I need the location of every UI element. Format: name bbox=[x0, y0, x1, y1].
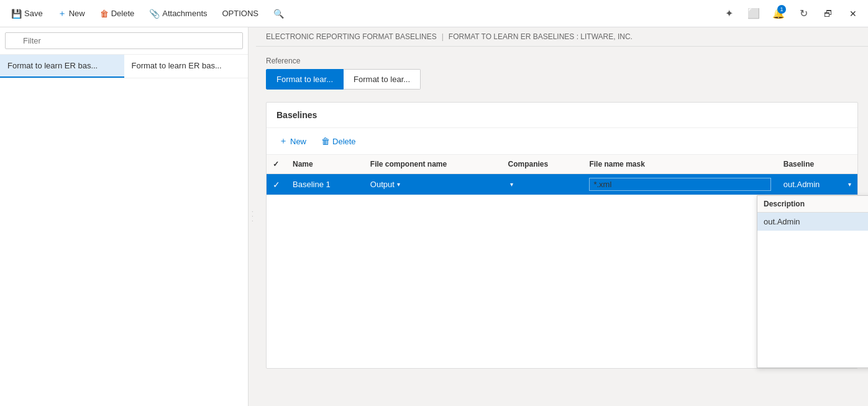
baselines-section-title: Baselines bbox=[267, 103, 857, 128]
titlebar-right-controls: ✦ ⬜ 🔔 1 ↻ 🗗 ✕ bbox=[719, 4, 863, 24]
baselines-new-button[interactable]: ＋ New bbox=[274, 133, 311, 149]
baselines-toolbar: ＋ New 🗑 Delete bbox=[267, 128, 857, 155]
breadcrumb: ELECTRONIC REPORTING FORMAT BASELINES | … bbox=[256, 27, 868, 47]
col-header-file-name-mask: File name mask bbox=[583, 155, 777, 174]
save-button[interactable]: 💾 Save bbox=[5, 5, 49, 22]
breadcrumb-part2: FORMAT TO LEARN ER BASELINES : LITWARE, … bbox=[449, 32, 633, 41]
plus-icon: ＋ bbox=[58, 8, 66, 19]
search-icon: 🔍 bbox=[273, 9, 284, 19]
col-header-baseline: Baseline bbox=[777, 155, 857, 174]
new-button[interactable]: ＋ New bbox=[52, 4, 91, 23]
new-label: New bbox=[69, 9, 85, 18]
options-button[interactable]: OPTIONS bbox=[216, 5, 265, 22]
baselines-table: ✓ Name File component name Companies Fil… bbox=[267, 155, 857, 195]
col-header-check: ✓ bbox=[267, 155, 286, 174]
attachments-button[interactable]: 📎 Attachments bbox=[143, 5, 213, 22]
baseline-dropdown-popup: Description File name out.Admin out.Admi… bbox=[757, 195, 868, 368]
row-file-component[interactable]: Output ▾ bbox=[364, 174, 502, 195]
notification-icon[interactable]: 🔔 1 bbox=[769, 4, 788, 24]
filter-input[interactable] bbox=[5, 32, 243, 49]
dropdown-empty-area bbox=[757, 231, 868, 367]
settings-icon[interactable]: ✦ bbox=[719, 4, 739, 24]
reference-tabs: Format to lear... Format to lear... bbox=[266, 69, 858, 90]
main-layout: 🔍 Format to learn ER bas... Format to le… bbox=[0, 27, 868, 406]
delete-icon: 🗑 bbox=[100, 9, 109, 19]
baseline-dropdown[interactable]: out.Admin ▾ bbox=[783, 180, 851, 189]
ref-tab-2[interactable]: Format to lear... bbox=[344, 69, 421, 90]
dropdown-popup: Description File name out.Admin out.Admi… bbox=[757, 195, 868, 368]
delete-button[interactable]: 🗑 Delete bbox=[94, 5, 141, 22]
paperclip-icon: 📎 bbox=[149, 9, 160, 19]
row-check[interactable]: ✓ bbox=[267, 174, 286, 195]
titlebar: 💾 Save ＋ New 🗑 Delete 📎 Attachments OPTI… bbox=[0, 0, 868, 27]
left-panel: 🔍 Format to learn ER bas... Format to le… bbox=[0, 27, 249, 406]
plus-icon: ＋ bbox=[279, 136, 288, 147]
dropdown-item[interactable]: out.Admin out.Admin.xml bbox=[757, 213, 868, 231]
filter-bar: 🔍 bbox=[0, 27, 248, 55]
baselines-new-label: New bbox=[290, 137, 306, 146]
save-label: Save bbox=[24, 9, 43, 18]
table-row[interactable]: ✓ Baseline 1 Output ▾ bbox=[267, 174, 857, 195]
dropdown-header: Description File name bbox=[757, 196, 868, 213]
col-header-companies: Companies bbox=[501, 155, 583, 174]
options-label: OPTIONS bbox=[222, 9, 259, 18]
breadcrumb-separator: | bbox=[442, 32, 444, 41]
file-component-dropdown[interactable]: Output ▾ bbox=[370, 180, 496, 189]
dp-description: out.Admin bbox=[757, 213, 868, 231]
baseline-value: out.Admin bbox=[783, 180, 820, 189]
chevron-down-icon[interactable]: ▾ bbox=[848, 181, 851, 188]
row-file-name-mask[interactable] bbox=[583, 174, 777, 195]
col-header-file-component: File component name bbox=[364, 155, 502, 174]
restore-button[interactable]: 🗗 bbox=[818, 4, 838, 24]
search-toolbar-button[interactable]: 🔍 bbox=[267, 5, 290, 22]
file-name-mask-input[interactable] bbox=[589, 178, 770, 191]
refresh-icon[interactable]: ↻ bbox=[793, 4, 813, 24]
notification-badge: 1 bbox=[777, 5, 786, 14]
chevron-down-icon[interactable]: ▾ bbox=[397, 181, 400, 188]
checkmark-icon: ✓ bbox=[273, 180, 280, 190]
file-component-value: Output bbox=[370, 180, 395, 189]
row-name[interactable]: Baseline 1 bbox=[286, 174, 364, 195]
delete-label: Delete bbox=[111, 9, 135, 18]
companies-dropdown[interactable]: ▾ bbox=[508, 181, 577, 188]
delete-icon: 🗑 bbox=[321, 136, 330, 146]
close-button[interactable]: ✕ bbox=[843, 4, 863, 24]
baselines-delete-label: Delete bbox=[332, 137, 356, 146]
chevron-down-icon[interactable]: ▾ bbox=[510, 181, 513, 188]
list-item[interactable]: Format to learn ER bas... bbox=[124, 55, 249, 78]
divider-handle: · · · bbox=[249, 211, 256, 223]
list-item[interactable]: Format to learn ER bas... bbox=[0, 55, 124, 78]
attachments-label: Attachments bbox=[162, 9, 207, 18]
right-panel: ELECTRONIC REPORTING FORMAT BASELINES | … bbox=[256, 27, 868, 406]
filter-wrapper: 🔍 bbox=[5, 32, 243, 49]
row-baseline[interactable]: out.Admin ▾ bbox=[777, 174, 857, 195]
row-companies[interactable]: ▾ bbox=[501, 174, 583, 195]
content-area: Reference Format to lear... Format to le… bbox=[256, 47, 868, 406]
baselines-container: Baselines ＋ New 🗑 Delete bbox=[266, 102, 858, 369]
baselines-delete-button[interactable]: 🗑 Delete bbox=[316, 134, 361, 149]
panel-divider[interactable]: · · · bbox=[249, 27, 256, 406]
list-items: Format to learn ER bas... Format to lear… bbox=[0, 55, 248, 78]
breadcrumb-part1: ELECTRONIC REPORTING FORMAT BASELINES bbox=[266, 32, 437, 41]
col-header-name: Name bbox=[286, 155, 364, 174]
save-icon: 💾 bbox=[11, 9, 22, 19]
dp-col-description: Description bbox=[757, 196, 868, 212]
office-icon[interactable]: ⬜ bbox=[744, 4, 764, 24]
reference-label: Reference bbox=[266, 57, 858, 65]
ref-tab-1[interactable]: Format to lear... bbox=[266, 69, 344, 90]
